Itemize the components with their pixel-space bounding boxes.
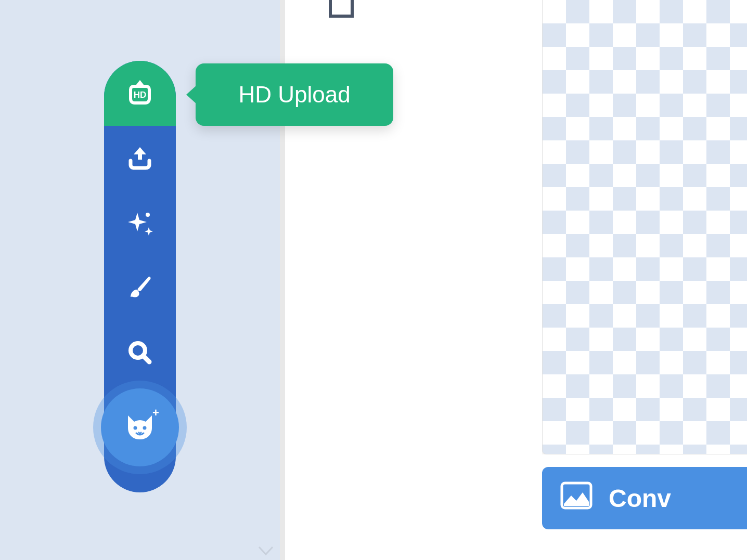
- svg-text:HD: HD: [134, 90, 147, 100]
- cat-icon: +: [120, 406, 160, 449]
- svg-point-3: [134, 426, 137, 430]
- tooltip: HD Upload: [196, 63, 393, 126]
- upload-button[interactable]: [104, 126, 176, 191]
- cat-button[interactable]: +: [104, 386, 176, 474]
- image-icon: [560, 481, 593, 516]
- effects-button[interactable]: [104, 191, 176, 256]
- search-icon: [125, 338, 154, 369]
- hd-upload-icon: HD: [124, 77, 156, 110]
- upload-icon: [125, 143, 154, 174]
- chevron-down-icon: [258, 546, 274, 558]
- tooltip-label: HD Upload: [238, 82, 350, 108]
- vertical-toolbar: HD: [104, 61, 176, 492]
- svg-text:+: +: [152, 406, 159, 419]
- transparency-preview: [542, 0, 747, 454]
- search-button[interactable]: [104, 321, 176, 386]
- selection-square: [329, 0, 354, 18]
- convert-label: Conv: [609, 484, 671, 513]
- svg-point-4: [143, 426, 147, 430]
- brush-icon: [125, 273, 154, 304]
- brush-button[interactable]: [104, 256, 176, 321]
- cat-circle: +: [101, 388, 179, 466]
- convert-button[interactable]: Conv: [542, 467, 747, 529]
- hd-upload-button[interactable]: HD: [104, 61, 176, 126]
- sparkle-icon: [125, 207, 155, 240]
- svg-point-1: [146, 213, 150, 217]
